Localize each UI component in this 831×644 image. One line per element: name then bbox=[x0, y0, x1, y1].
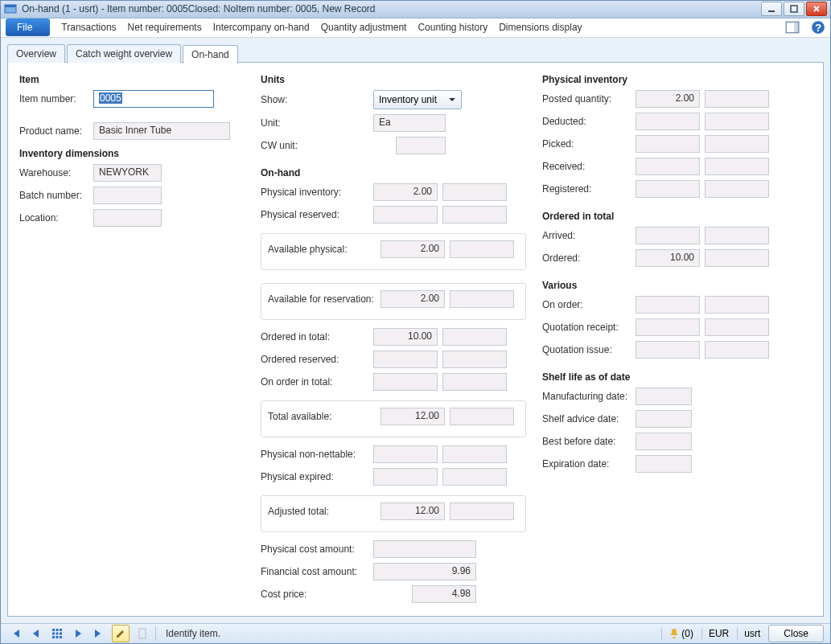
minimize-button[interactable] bbox=[761, 2, 782, 16]
physical-reserved-field[interactable] bbox=[373, 206, 438, 224]
arrived-field2[interactable] bbox=[705, 227, 769, 244]
quotation-receipt-field[interactable] bbox=[636, 318, 700, 336]
available-physical-field2[interactable] bbox=[450, 240, 514, 258]
physical-inventory-field2[interactable] bbox=[442, 183, 507, 201]
attachment-icon[interactable] bbox=[134, 626, 150, 642]
help-icon[interactable]: ? bbox=[811, 20, 825, 35]
ordered-in-total-field[interactable]: 10.00 bbox=[373, 328, 438, 346]
svg-rect-5 bbox=[794, 23, 799, 34]
registered-field[interactable] bbox=[636, 180, 700, 198]
quotation-issue-field[interactable] bbox=[636, 341, 700, 359]
notification-bell[interactable]: (0) bbox=[661, 628, 693, 639]
deducted-field[interactable] bbox=[636, 113, 700, 130]
total-available-field2[interactable] bbox=[450, 408, 514, 425]
location-field[interactable] bbox=[93, 209, 162, 227]
file-menu[interactable]: File bbox=[6, 18, 50, 36]
cw-unit-field[interactable] bbox=[396, 137, 446, 154]
quotation-issue-field2[interactable] bbox=[705, 341, 769, 359]
ordered-in-total-field2[interactable] bbox=[442, 328, 507, 346]
ordered-field[interactable]: 10.00 bbox=[636, 249, 700, 267]
available-physical-field[interactable]: 2.00 bbox=[381, 240, 445, 258]
last-record-button[interactable] bbox=[91, 626, 107, 642]
app-window: On-hand (1 - usrt) - Item number: 0005Cl… bbox=[0, 0, 831, 644]
manufacturing-date-field[interactable] bbox=[636, 388, 692, 405]
first-record-button[interactable] bbox=[7, 626, 23, 642]
various-heading: Various bbox=[542, 280, 784, 291]
available-reservation-field2[interactable] bbox=[450, 290, 514, 308]
best-before-date-field[interactable] bbox=[636, 433, 692, 450]
svg-rect-8 bbox=[52, 629, 55, 631]
edit-button[interactable] bbox=[112, 625, 130, 642]
warehouse-label: Warehouse: bbox=[19, 167, 93, 178]
inventory-dimensions-heading: Inventory dimensions bbox=[19, 148, 245, 159]
menu-net-requirements[interactable]: Net requirements bbox=[128, 22, 202, 33]
item-number-label: Item number: bbox=[19, 93, 93, 105]
available-reservation-box: Available for reservation: 2.00 bbox=[261, 283, 526, 320]
expiration-date-field[interactable] bbox=[636, 455, 692, 473]
on-order-in-total-field2[interactable] bbox=[442, 373, 507, 391]
received-field[interactable] bbox=[636, 158, 700, 175]
menu-intercompany-onhand[interactable]: Intercompany on-hand bbox=[213, 22, 310, 33]
next-record-button[interactable] bbox=[70, 626, 86, 642]
item-number-field[interactable]: 0005 bbox=[93, 90, 214, 108]
product-name-field[interactable]: Basic Inner Tube bbox=[93, 122, 230, 140]
deducted-field2[interactable] bbox=[705, 113, 769, 130]
menu-quantity-adjustment[interactable]: Quantity adjustment bbox=[321, 22, 407, 33]
svg-text:?: ? bbox=[815, 22, 821, 34]
menu-dimensions-display[interactable]: Dimensions display bbox=[499, 22, 582, 33]
svg-rect-11 bbox=[52, 632, 55, 634]
column-item: Item Item number: 0005 Product name: Bas… bbox=[19, 71, 245, 608]
menu-counting-history[interactable]: Counting history bbox=[418, 22, 487, 33]
svg-rect-13 bbox=[60, 632, 62, 634]
menu-transactions[interactable]: Transactions bbox=[61, 22, 116, 33]
tab-on-hand[interactable]: On-hand bbox=[183, 45, 238, 64]
grid-button[interactable] bbox=[49, 626, 65, 642]
picked-field2[interactable] bbox=[705, 135, 769, 153]
physical-inventory-field[interactable]: 2.00 bbox=[373, 183, 438, 201]
physical-inventory-heading: Physical inventory bbox=[542, 74, 784, 85]
cost-price-field[interactable]: 4.98 bbox=[412, 585, 476, 603]
received-field2[interactable] bbox=[705, 158, 769, 175]
physical-reserved-field2[interactable] bbox=[442, 206, 507, 224]
arrived-field[interactable] bbox=[636, 227, 700, 244]
batch-number-field[interactable] bbox=[93, 187, 162, 204]
warehouse-field[interactable]: NEWYORK bbox=[93, 164, 162, 182]
menubar: File Transactions Net requirements Inter… bbox=[1, 18, 830, 38]
ordered-reserved-label: Ordered reserved: bbox=[261, 354, 373, 365]
on-order-field[interactable] bbox=[636, 296, 700, 314]
adjusted-total-field[interactable]: 12.00 bbox=[381, 502, 445, 520]
tab-overview[interactable]: Overview bbox=[7, 44, 65, 63]
physical-expired-field[interactable] bbox=[373, 468, 438, 486]
financial-cost-amount-field[interactable]: 9.96 bbox=[373, 563, 476, 580]
registered-field2[interactable] bbox=[705, 180, 769, 198]
close-window-button[interactable] bbox=[806, 2, 827, 16]
prev-record-button[interactable] bbox=[28, 626, 44, 642]
ordered-reserved-field[interactable] bbox=[373, 351, 438, 368]
onhand-heading: On-hand bbox=[261, 167, 526, 178]
show-select[interactable]: Inventory unit bbox=[373, 90, 462, 109]
physical-non-nettable-field[interactable] bbox=[373, 445, 438, 463]
adjusted-total-field2[interactable] bbox=[450, 502, 514, 520]
posted-quantity-field2[interactable] bbox=[705, 90, 769, 108]
total-available-field[interactable]: 12.00 bbox=[381, 408, 445, 425]
physical-cost-amount-label: Physical cost amount: bbox=[261, 544, 373, 555]
posted-quantity-field[interactable]: 2.00 bbox=[636, 90, 700, 108]
unit-field[interactable]: Ea bbox=[373, 114, 446, 132]
picked-field[interactable] bbox=[636, 135, 700, 153]
physical-non-nettable-field2[interactable] bbox=[442, 445, 507, 463]
maximize-button[interactable] bbox=[784, 2, 804, 16]
on-order-in-total-field[interactable] bbox=[373, 373, 438, 391]
show-value: Inventory unit bbox=[379, 94, 437, 105]
panel-icon[interactable] bbox=[785, 20, 800, 35]
ordered-field2[interactable] bbox=[705, 249, 769, 267]
available-reservation-field[interactable]: 2.00 bbox=[381, 290, 445, 308]
on-order-in-total-label: On order in total: bbox=[261, 376, 373, 388]
shelf-advice-date-field[interactable] bbox=[636, 410, 692, 428]
physical-expired-field2[interactable] bbox=[442, 468, 507, 486]
on-order-field2[interactable] bbox=[705, 296, 769, 314]
quotation-receipt-field2[interactable] bbox=[705, 318, 769, 336]
physical-cost-amount-field[interactable] bbox=[373, 540, 476, 558]
ordered-reserved-field2[interactable] bbox=[442, 351, 507, 368]
tab-catch-weight[interactable]: Catch weight overview bbox=[67, 44, 181, 63]
close-button[interactable]: Close bbox=[768, 625, 824, 642]
